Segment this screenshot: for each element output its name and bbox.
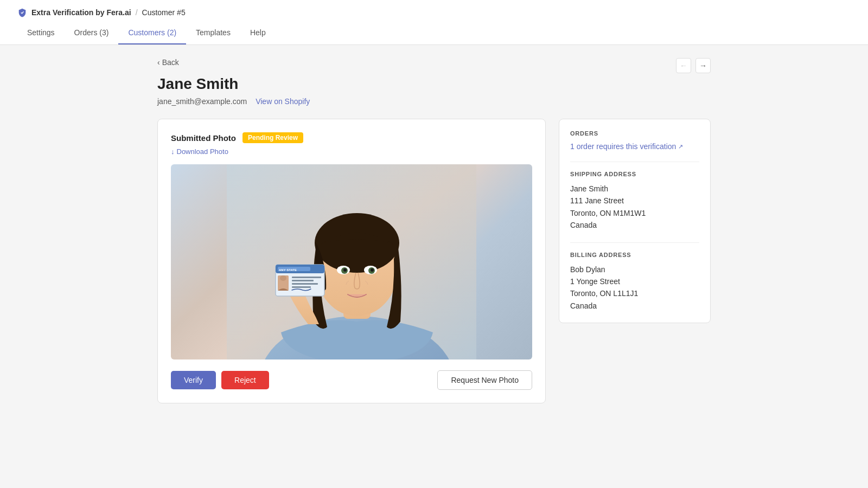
status-badge: Pending Review bbox=[242, 132, 303, 143]
download-icon: ↓ bbox=[171, 147, 175, 156]
tab-orders[interactable]: Orders (3) bbox=[65, 22, 119, 44]
download-photo-link[interactable]: ↓ Download Photo bbox=[171, 147, 532, 156]
action-buttons: Verify Reject Request New Photo bbox=[171, 370, 532, 390]
shipping-street: 111 Jane Street bbox=[570, 195, 699, 207]
tab-templates[interactable]: Templates bbox=[186, 22, 240, 44]
info-panel: ORDERS 1 order requires this verificatio… bbox=[559, 119, 711, 323]
request-new-photo-button[interactable]: Request New Photo bbox=[437, 370, 532, 390]
svg-point-17 bbox=[280, 275, 286, 281]
submitted-photo-label: Submitted Photo bbox=[171, 133, 236, 143]
orders-link-text: 1 order requires this verification bbox=[570, 142, 676, 151]
separator: / bbox=[136, 8, 138, 17]
shipping-title: SHIPPING ADDRESS bbox=[570, 171, 699, 177]
back-chevron-icon: ‹ bbox=[157, 58, 160, 67]
back-link[interactable]: ‹ Back bbox=[157, 58, 179, 67]
page-name: Customer #5 bbox=[142, 8, 186, 17]
photo-container: ANY STATE bbox=[171, 164, 532, 359]
svg-rect-20 bbox=[292, 283, 318, 285]
tab-help[interactable]: Help bbox=[240, 22, 276, 44]
sidebar-card: ORDERS 1 order requires this verificatio… bbox=[559, 119, 711, 323]
photo-header: Submitted Photo Pending Review bbox=[171, 132, 532, 143]
billing-city-state: Toronto, ON L1L1J1 bbox=[570, 287, 699, 299]
shipping-country: Canada bbox=[570, 219, 699, 231]
billing-title: BILLING ADDRESS bbox=[570, 252, 699, 258]
top-bar: Extra Verification by Fera.ai / Customer… bbox=[0, 0, 868, 45]
prev-arrow-button[interactable]: ← bbox=[676, 58, 691, 73]
billing-address: Bob Dylan 1 Yonge Street Toronto, ON L1L… bbox=[570, 264, 699, 312]
svg-point-9 bbox=[343, 268, 347, 272]
billing-section: BILLING ADDRESS Bob Dylan 1 Yonge Street… bbox=[570, 252, 699, 312]
reject-button[interactable]: Reject bbox=[221, 371, 269, 389]
main-card: Submitted Photo Pending Review ↓ Downloa… bbox=[157, 119, 546, 403]
btn-group: Verify Reject bbox=[171, 371, 269, 389]
main-content: ‹ Back ← → Jane Smith jane_smith@example… bbox=[136, 45, 732, 416]
svg-point-10 bbox=[371, 268, 374, 272]
shipping-city-state: Toronto, ON M1M1W1 bbox=[570, 207, 699, 219]
view-shopify-link[interactable]: View on Shopify bbox=[256, 97, 310, 106]
customer-meta: jane_smith@example.com View on Shopify bbox=[157, 97, 711, 106]
svg-rect-18 bbox=[292, 277, 321, 278]
billing-street: 1 Yonge Street bbox=[570, 275, 699, 287]
orders-section: ORDERS 1 order requires this verificatio… bbox=[570, 130, 699, 151]
svg-rect-21 bbox=[292, 286, 311, 288]
shipping-address: Jane Smith 111 Jane Street Toronto, ON M… bbox=[570, 183, 699, 232]
orders-link[interactable]: 1 order requires this verification ↗ bbox=[570, 142, 699, 151]
app-title-row: Extra Verification by Fera.ai / Customer… bbox=[17, 0, 851, 17]
external-link-icon: ↗ bbox=[678, 143, 683, 150]
customer-email: jane_smith@example.com bbox=[157, 97, 247, 106]
shield-icon bbox=[17, 8, 27, 17]
divider-2 bbox=[570, 242, 699, 243]
orders-section-title: ORDERS bbox=[570, 130, 699, 137]
svg-rect-19 bbox=[292, 280, 314, 281]
page-header-row: ‹ Back ← → bbox=[157, 58, 711, 75]
nav-tabs: Settings Orders (3) Customers (2) Templa… bbox=[17, 22, 851, 44]
next-arrow-button[interactable]: → bbox=[695, 58, 711, 73]
customer-name: Jane Smith bbox=[157, 75, 711, 93]
billing-name: Bob Dylan bbox=[570, 264, 699, 275]
verify-button[interactable]: Verify bbox=[171, 371, 216, 389]
nav-arrows: ← → bbox=[676, 58, 711, 73]
shipping-section: SHIPPING ADDRESS Jane Smith 111 Jane Str… bbox=[570, 171, 699, 232]
tab-customers[interactable]: Customers (2) bbox=[118, 22, 186, 44]
svg-point-4 bbox=[315, 213, 399, 273]
svg-text:ANY STATE: ANY STATE bbox=[279, 268, 297, 272]
divider-1 bbox=[570, 162, 699, 162]
billing-country: Canada bbox=[570, 300, 699, 312]
content-row: Submitted Photo Pending Review ↓ Downloa… bbox=[157, 119, 711, 403]
download-label: Download Photo bbox=[177, 147, 228, 156]
submitted-photo-image: ANY STATE bbox=[171, 164, 532, 359]
tab-settings[interactable]: Settings bbox=[17, 22, 65, 44]
back-label: Back bbox=[162, 58, 179, 67]
shipping-name: Jane Smith bbox=[570, 183, 699, 195]
brand-name: Extra Verification by Fera.ai bbox=[31, 8, 131, 17]
